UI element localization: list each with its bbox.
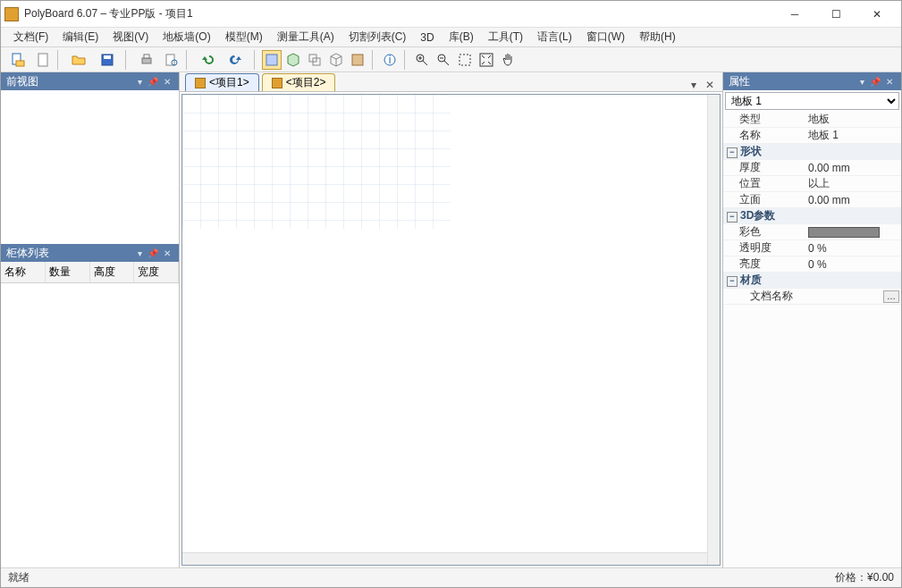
svg-line-20 xyxy=(444,61,449,65)
minimize-button[interactable]: ─ xyxy=(774,2,815,27)
menu-3d[interactable]: 3D xyxy=(413,29,441,46)
browse-button[interactable]: … xyxy=(883,290,899,303)
prop-elevation[interactable]: 立面0.00 mm xyxy=(723,192,901,208)
body-area: 前视图 ▾ 📌 ✕ 柜体列表 ▾ 📌 ✕ 名称 数量 高度 宽度 xyxy=(1,72,901,567)
cablist-panel: 名称 数量 高度 宽度 xyxy=(1,262,179,567)
view-wire-button[interactable] xyxy=(326,50,346,70)
svg-rect-5 xyxy=(142,58,151,63)
frontview-panel[interactable] xyxy=(1,90,179,244)
dropdown-icon[interactable]: ▾ xyxy=(135,77,145,87)
close-panel-icon[interactable]: ✕ xyxy=(161,77,173,87)
titlebar: PolyBoard 6.07 – 专业PP版 - 项目1 ─ ☐ ✕ xyxy=(1,1,901,28)
new-file-button[interactable] xyxy=(4,50,31,70)
view-2d-button[interactable] xyxy=(262,50,282,70)
drawing-canvas[interactable] xyxy=(182,95,451,229)
prop-brightness[interactable]: 亮度0 % xyxy=(723,256,901,273)
menu-cutlist[interactable]: 切割列表(C) xyxy=(341,28,414,46)
group-3d[interactable]: −3D参数 xyxy=(723,208,901,224)
col-name[interactable]: 名称 xyxy=(1,262,46,282)
zoom-fit-button[interactable] xyxy=(476,50,496,70)
pin-icon[interactable]: 📌 xyxy=(145,77,161,87)
group-shape[interactable]: −形状 xyxy=(723,144,901,160)
view-texture-button[interactable] xyxy=(348,50,367,70)
menubar: 文档(F) 编辑(E) 视图(V) 地板墙(O) 模型(M) 测量工具(A) 切… xyxy=(1,28,901,47)
prop-name[interactable]: 名称地板 1 xyxy=(723,128,901,144)
svg-text:i: i xyxy=(389,54,392,66)
prop-transparency[interactable]: 透明度0 % xyxy=(723,240,901,256)
print-button[interactable] xyxy=(133,50,160,70)
open-button[interactable] xyxy=(65,50,92,70)
collapse-icon[interactable]: − xyxy=(727,276,738,287)
group-material[interactable]: −材质 xyxy=(723,273,901,289)
close-button[interactable]: ✕ xyxy=(856,2,898,27)
prop-thickness[interactable]: 厚度0.00 mm xyxy=(723,160,901,176)
svg-rect-2 xyxy=(38,54,47,66)
collapse-icon[interactable]: − xyxy=(727,147,738,158)
menu-language[interactable]: 语言(L) xyxy=(530,28,579,46)
dropdown-icon[interactable]: ▾ xyxy=(857,77,867,87)
menu-window[interactable]: 窗口(W) xyxy=(579,28,632,46)
col-width[interactable]: 宽度 xyxy=(134,262,179,282)
cablist-panel-title[interactable]: 柜体列表 ▾ 📌 ✕ xyxy=(1,244,179,262)
menu-measure[interactable]: 测量工具(A) xyxy=(270,28,341,46)
menu-floor[interactable]: 地板墙(O) xyxy=(156,28,217,46)
color-swatch[interactable] xyxy=(808,227,880,238)
menu-file[interactable]: 文档(F) xyxy=(6,28,55,46)
pin-icon[interactable]: 📌 xyxy=(867,77,883,87)
menu-help[interactable]: 帮助(H) xyxy=(632,28,683,46)
canvas-viewport[interactable] xyxy=(181,94,721,566)
doc-icon xyxy=(195,78,206,88)
redo-button[interactable] xyxy=(223,50,249,70)
tab-close-icon[interactable]: ✕ xyxy=(703,79,717,91)
svg-rect-9 xyxy=(266,55,277,65)
props-panel-title[interactable]: 属性 ▾ 📌 ✕ xyxy=(723,72,901,90)
close-panel-icon[interactable]: ✕ xyxy=(161,248,173,258)
zoom-region-button[interactable] xyxy=(455,50,475,70)
tab-label: <项目1> xyxy=(209,75,249,90)
object-selector[interactable]: 地板 1 xyxy=(725,92,899,110)
zoom-in-button[interactable] xyxy=(412,50,432,70)
close-panel-icon[interactable]: ✕ xyxy=(883,77,896,87)
col-height[interactable]: 高度 xyxy=(90,262,135,282)
vertical-scrollbar[interactable] xyxy=(707,95,720,565)
prop-position[interactable]: 位置以上 xyxy=(723,176,901,192)
toolbar: i xyxy=(1,47,901,72)
view-3d-button[interactable] xyxy=(283,50,303,70)
tab-label: <项目2> xyxy=(286,75,326,90)
menu-edit[interactable]: 编辑(E) xyxy=(55,28,105,46)
col-qty[interactable]: 数量 xyxy=(46,262,90,282)
maximize-button[interactable]: ☐ xyxy=(815,2,856,27)
center-column: <项目1> <项目2> ▾ ✕ xyxy=(180,72,722,567)
undo-button[interactable] xyxy=(194,50,221,70)
prop-color[interactable]: 彩色 xyxy=(723,224,901,240)
dropdown-icon[interactable]: ▾ xyxy=(135,248,145,258)
svg-rect-1 xyxy=(16,61,24,66)
view-copy-button[interactable] xyxy=(305,50,325,70)
zoom-out-button[interactable] xyxy=(434,50,453,70)
tab-project1[interactable]: <项目1> xyxy=(185,73,259,91)
prop-docname[interactable]: 文档名称… xyxy=(723,289,901,305)
pin-icon[interactable]: 📌 xyxy=(145,248,161,258)
props-selector-wrap: 地板 1 xyxy=(723,90,901,112)
pan-button[interactable] xyxy=(498,50,518,70)
menu-library[interactable]: 库(B) xyxy=(442,28,481,46)
collapse-icon[interactable]: − xyxy=(727,212,738,223)
menu-view[interactable]: 视图(V) xyxy=(105,28,156,46)
left-column: 前视图 ▾ 📌 ✕ 柜体列表 ▾ 📌 ✕ 名称 数量 高度 宽度 xyxy=(1,72,180,567)
menu-model[interactable]: 模型(M) xyxy=(218,28,270,46)
app-window: PolyBoard 6.07 – 专业PP版 - 项目1 ─ ☐ ✕ 文档(F)… xyxy=(0,0,902,588)
save-button[interactable] xyxy=(94,50,121,70)
document-tabstrip: <项目1> <项目2> ▾ ✕ xyxy=(180,72,722,92)
svg-line-16 xyxy=(423,61,427,65)
horizontal-scrollbar[interactable] xyxy=(182,552,707,565)
tab-project2[interactable]: <项目2> xyxy=(262,73,336,91)
new-doc-button[interactable] xyxy=(33,50,53,70)
prop-type[interactable]: 类型地板 xyxy=(723,112,901,128)
print-preview-button[interactable] xyxy=(162,50,181,70)
window-title: PolyBoard 6.07 – 专业PP版 - 项目1 xyxy=(24,6,774,21)
frontview-panel-title[interactable]: 前视图 ▾ 📌 ✕ xyxy=(1,72,179,90)
menu-tools[interactable]: 工具(T) xyxy=(481,28,530,46)
info-button[interactable]: i xyxy=(380,50,400,70)
tab-menu-icon[interactable]: ▾ xyxy=(688,79,699,91)
cablist-header: 名称 数量 高度 宽度 xyxy=(1,262,179,283)
